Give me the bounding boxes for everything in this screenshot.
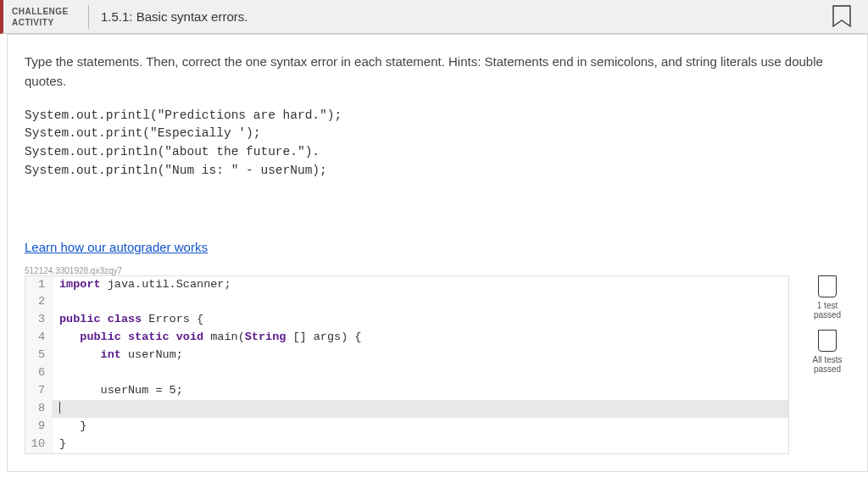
instructions-text: Type the statements. Then, correct the o… <box>25 52 850 92</box>
test-badge-icon <box>818 330 837 352</box>
badge-line2: ACTIVITY <box>12 17 80 28</box>
line-content[interactable]: } <box>53 418 788 436</box>
editor-line[interactable]: 2 <box>25 293 788 311</box>
code-editor[interactable]: 1import java.util.Scanner;23public class… <box>25 275 789 454</box>
line-number: 4 <box>25 329 53 347</box>
test-status-panel: 1 test passed All tests passed <box>804 275 850 454</box>
line-content[interactable]: public static void main(String [] args) … <box>53 329 788 347</box>
sample-code: System.out.printl("Predictions are hard.… <box>25 107 850 181</box>
editor-line[interactable]: 4 public static void main(String [] args… <box>25 329 788 347</box>
content-region: Type the statements. Then, correct the o… <box>7 34 868 472</box>
bookmark-icon[interactable] <box>832 5 851 31</box>
editor-wrap: 1import java.util.Scanner;23public class… <box>25 275 850 454</box>
line-content[interactable]: userNum = 5; <box>53 382 788 400</box>
hash-id: 512124.3301928.qx3zqy7 <box>25 266 850 275</box>
editor-line[interactable]: 10} <box>25 436 788 453</box>
line-content[interactable]: public class Errors { <box>53 311 788 329</box>
one-test-box: 1 test passed <box>804 275 850 320</box>
test-badge-icon <box>818 275 837 297</box>
line-number: 10 <box>25 436 53 453</box>
line-content[interactable]: int userNum; <box>53 347 788 364</box>
line-content[interactable] <box>53 400 788 418</box>
vertical-divider <box>88 5 89 29</box>
line-number: 5 <box>25 347 53 364</box>
line-content[interactable]: import java.util.Scanner; <box>53 276 788 294</box>
line-number: 3 <box>25 311 53 329</box>
editor-line[interactable]: 8 <box>25 400 788 418</box>
all-tests-line2: passed <box>814 364 841 374</box>
line-number: 6 <box>25 364 53 382</box>
all-tests-line1: All tests <box>812 355 842 364</box>
editor-line[interactable]: 5 int userNum; <box>25 347 788 364</box>
line-number: 2 <box>25 293 53 311</box>
line-number: 9 <box>25 418 53 436</box>
challenge-badge: CHALLENGE ACTIVITY <box>3 6 88 28</box>
badge-line1: CHALLENGE <box>12 6 80 17</box>
one-test-line2: passed <box>814 310 841 320</box>
line-number: 7 <box>25 382 53 400</box>
activity-title: 1.5.1: Basic syntax errors. <box>101 9 248 24</box>
line-number: 8 <box>25 400 53 418</box>
cursor-icon <box>59 402 60 414</box>
editor-line[interactable]: 9 } <box>25 418 788 436</box>
autograder-link[interactable]: Learn how our autograder works <box>25 240 208 254</box>
editor-line[interactable]: 1import java.util.Scanner; <box>25 276 788 294</box>
line-content[interactable]: } <box>53 436 788 453</box>
all-tests-box: All tests passed <box>804 330 850 374</box>
activity-header: CHALLENGE ACTIVITY 1.5.1: Basic syntax e… <box>0 0 868 34</box>
editor-line[interactable]: 6 <box>25 364 788 382</box>
one-test-line1: 1 test <box>817 301 837 310</box>
line-number: 1 <box>25 276 53 294</box>
editor-line[interactable]: 3public class Errors { <box>25 311 788 329</box>
editor-line[interactable]: 7 userNum = 5; <box>25 382 788 400</box>
